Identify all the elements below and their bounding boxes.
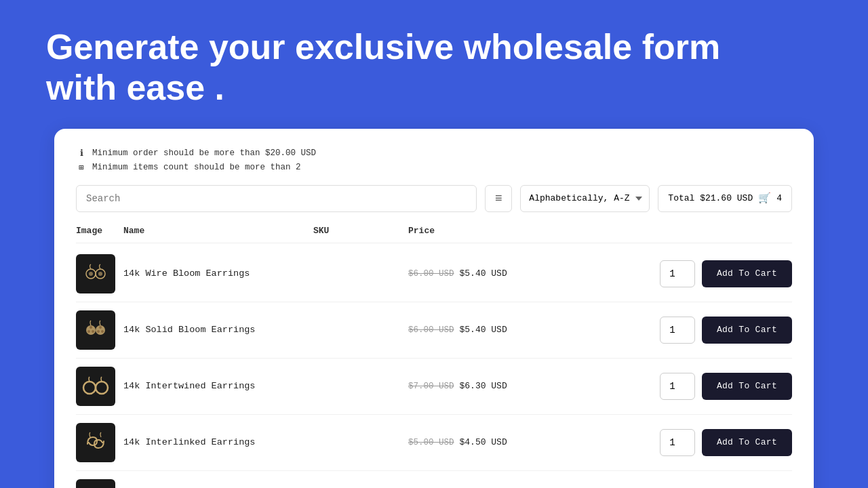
product-image-5 (76, 479, 123, 488)
product-list: 14k Wire Bloom Earrings $6.00 USD $5.40 … (76, 246, 792, 488)
product-price-4: $5.00 USD $4.50 USD (408, 437, 660, 447)
product-name-2: 14k Solid Bloom Earrings (123, 325, 313, 335)
cart-total-label: Total $21.60 USD (668, 193, 753, 203)
product-name-4: 14k Interlinked Earrings (123, 437, 313, 447)
svg-point-13 (96, 382, 108, 394)
product-price-1: $6.00 USD $5.40 USD (408, 268, 660, 279)
header-price: Price (408, 226, 792, 236)
search-input[interactable] (76, 185, 477, 212)
svg-point-9 (99, 326, 102, 329)
cart-icon: 🛒 (758, 192, 771, 205)
svg-point-6 (87, 330, 90, 333)
hero-section: Generate your exclusive wholesale form w… (0, 0, 868, 129)
table-header: Image Name SKU Price (76, 226, 792, 243)
table-row: 14k Wire Bloom Earrings $6.00 USD $5.40 … (76, 246, 792, 302)
product-image-4 (76, 423, 123, 462)
svg-point-5 (90, 326, 92, 329)
svg-point-3 (98, 272, 102, 276)
row-actions-4: Add To Cart (660, 429, 792, 456)
product-name-3: 14k Intertwined Earrings (123, 381, 313, 391)
product-image-2 (76, 310, 123, 350)
filter-button[interactable]: ≡ (485, 185, 512, 212)
grid-icon: ⊞ (76, 162, 87, 173)
wholesale-form-card: ℹ Minimum order should be more than $20.… (54, 129, 814, 488)
table-row: 14k Solid Bloom Earrings $6.00 USD $5.40… (76, 302, 792, 359)
svg-point-12 (83, 382, 96, 394)
svg-point-10 (97, 330, 100, 333)
table-row: 14k Intertwined Earrings $7.00 USD $6.30… (76, 359, 792, 415)
qty-input-3[interactable] (660, 373, 695, 400)
svg-point-7 (92, 330, 94, 333)
sort-select[interactable]: Alphabetically, A-Z Alphabetically, Z-A … (520, 185, 650, 212)
min-order-info: ℹ Minimum order should be more than $20.… (76, 148, 792, 159)
hero-title: Generate your exclusive wholesale form w… (46, 27, 724, 108)
svg-point-11 (101, 330, 104, 333)
row-actions-3: Add To Cart (660, 373, 792, 400)
table-row: 14k Interlinked Earrings $5.00 USD $4.50… (76, 415, 792, 471)
add-to-cart-button-4[interactable]: Add To Cart (702, 429, 792, 456)
header-image: Image (76, 226, 123, 236)
row-actions-1: Add To Cart (660, 260, 792, 287)
row-actions-2: Add To Cart (660, 317, 792, 344)
product-image-3 (76, 367, 123, 406)
add-to-cart-button-1[interactable]: Add To Cart (702, 260, 792, 287)
header-sku: SKU (313, 226, 408, 236)
qty-input-4[interactable] (660, 429, 695, 456)
toolbar: ≡ Alphabetically, A-Z Alphabetically, Z-… (76, 185, 792, 212)
cart-count: 4 (776, 193, 782, 203)
add-to-cart-button-2[interactable]: Add To Cart (702, 317, 792, 344)
cart-summary: Total $21.60 USD 🛒 4 (658, 185, 792, 212)
product-price-3: $7.00 USD $6.30 USD (408, 381, 660, 391)
product-image-1 (76, 254, 123, 293)
table-row (76, 471, 792, 488)
product-price-2: $6.00 USD $5.40 USD (408, 325, 660, 335)
product-name-1: 14k Wire Bloom Earrings (123, 268, 313, 279)
hero-title-line2: with ease . (46, 68, 224, 107)
info-circle-icon: ℹ (76, 148, 87, 159)
hero-title-line1: Generate your exclusive wholesale form (46, 27, 720, 66)
header-name: Name (123, 226, 313, 236)
min-items-info: ⊞ Minimum items count should be more tha… (76, 162, 792, 173)
add-to-cart-button-3[interactable]: Add To Cart (702, 373, 792, 400)
qty-input-1[interactable] (660, 260, 695, 287)
filter-icon: ≡ (495, 191, 502, 205)
info-bar: ℹ Minimum order should be more than $20.… (76, 148, 792, 173)
qty-input-2[interactable] (660, 317, 695, 344)
svg-point-1 (89, 272, 93, 276)
